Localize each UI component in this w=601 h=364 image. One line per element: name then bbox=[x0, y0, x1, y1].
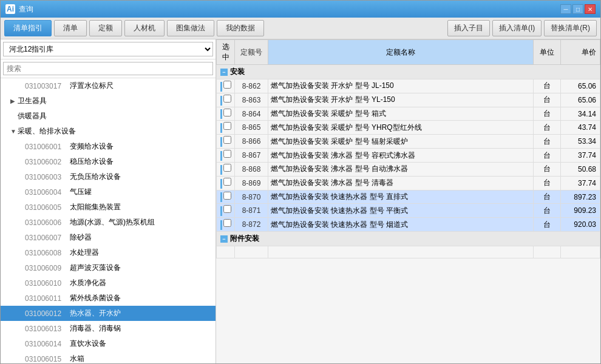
row-code-cell: 8-865 bbox=[235, 121, 268, 135]
tree-item[interactable]: 031006012热水器、开水炉 bbox=[1, 306, 216, 321]
quota-table: 选中 定额号 定额名称 单位 单价 −安装8-862燃气加热设备安装 开水炉 型… bbox=[216, 39, 600, 258]
tree-item[interactable]: 031006014直饮水设备 bbox=[1, 336, 216, 351]
col-code: 定额号 bbox=[235, 40, 268, 65]
row-checkbox[interactable] bbox=[223, 109, 231, 116]
tree-item[interactable]: ▶卫生器具 bbox=[1, 93, 216, 109]
table-row[interactable]: 8-872燃气加热设备安装 快速热水器 型号 烟道式台920.03 bbox=[217, 218, 600, 232]
row-checkbox[interactable] bbox=[223, 192, 231, 200]
tree-item[interactable]: 031006002稳压给水设备 bbox=[1, 154, 216, 169]
row-code-cell: 8-864 bbox=[235, 107, 268, 121]
table-row[interactable]: 8-862燃气加热设备安装 开水炉 型号 JL-150台65.06 bbox=[217, 79, 600, 93]
table-row[interactable]: 8-870燃气加热设备安装 快速热水器 型号 直排式台897.23 bbox=[217, 190, 600, 204]
tab-rencaiji[interactable]: 人材机 bbox=[124, 20, 165, 36]
empty-row bbox=[217, 246, 600, 258]
row-checkbox[interactable] bbox=[223, 122, 231, 130]
table-row[interactable]: 8-864燃气加热设备安装 采暖炉 型号 箱式台34.14 bbox=[217, 107, 600, 121]
row-checkbox[interactable] bbox=[223, 205, 231, 213]
row-check-cell bbox=[217, 176, 235, 190]
table-row[interactable]: 8-866燃气加热设备安装 采暖炉 型号 辐射采暖炉台53.34 bbox=[217, 135, 600, 149]
row-price-cell: 897.23 bbox=[561, 190, 600, 204]
tree-item[interactable]: 031006005太阳能集热装置 bbox=[1, 200, 216, 215]
section-title: 附件安装 bbox=[230, 234, 259, 243]
row-check-cell bbox=[217, 149, 235, 163]
row-checkbox[interactable] bbox=[223, 178, 231, 186]
row-name-cell: 燃气加热设备安装 沸水器 型号 自动沸水器 bbox=[268, 162, 534, 176]
insert-list-button[interactable]: 插入清单(I) bbox=[492, 20, 542, 36]
tree-item[interactable]: 031003017浮置水位标尺 bbox=[1, 78, 216, 93]
library-dropdown[interactable]: 河北12指引库 bbox=[3, 42, 213, 56]
row-check-cell bbox=[217, 190, 235, 204]
table-row[interactable]: 8-868燃气加热设备安装 沸水器 型号 自动沸水器台50.68 bbox=[217, 162, 600, 176]
empty-cell bbox=[217, 246, 235, 258]
row-color-bar bbox=[220, 137, 222, 147]
tree-item[interactable]: 031006015水箱 bbox=[1, 351, 216, 363]
window-controls: ─ □ ✕ bbox=[560, 4, 596, 14]
tab-qingdan[interactable]: 清单 bbox=[54, 20, 87, 36]
section-expand-icon[interactable]: − bbox=[220, 235, 228, 243]
tab-qingdan-zhiyin[interactable]: 清单指引 bbox=[4, 20, 52, 36]
minimize-button[interactable]: ─ bbox=[560, 4, 571, 14]
tree-item[interactable]: 031006003无负压给水设备 bbox=[1, 169, 216, 184]
tree-item-code: 031006003 bbox=[25, 173, 67, 181]
tree-item[interactable]: 031006006地源(水源、气源)热泵机组 bbox=[1, 215, 216, 230]
row-checkbox[interactable] bbox=[223, 150, 231, 158]
tree-item[interactable]: 031006008水处理器 bbox=[1, 245, 216, 260]
section-expand-icon[interactable]: − bbox=[220, 69, 228, 76]
table-container: 选中 定额号 定额名称 单位 单价 −安装8-862燃气加热设备安装 开水炉 型… bbox=[216, 39, 600, 363]
search-input[interactable] bbox=[3, 62, 213, 75]
tab-wodeshuju[interactable]: 我的数据 bbox=[217, 20, 264, 36]
title-bar: Ai 查询 ─ □ ✕ bbox=[1, 1, 600, 18]
tree-item-label: 无负压给水设备 bbox=[70, 172, 213, 182]
row-checkbox[interactable] bbox=[223, 164, 231, 172]
tree-item-code: 031006006 bbox=[25, 218, 67, 227]
row-check-cell bbox=[217, 79, 235, 93]
tree-item-code: 031006001 bbox=[25, 143, 67, 151]
row-price-cell: 920.03 bbox=[561, 218, 600, 232]
row-check-cell bbox=[217, 204, 235, 218]
table-row[interactable]: 8-871燃气加热设备安装 快速热水器 型号 平衡式台909.23 bbox=[217, 204, 600, 218]
tree-item[interactable]: 031006010水质净化器 bbox=[1, 275, 216, 291]
window-title: 查询 bbox=[19, 4, 33, 15]
row-checkbox[interactable] bbox=[223, 81, 231, 89]
table-row[interactable]: 8-869燃气加热设备安装 沸水器 型号 清毒器台37.74 bbox=[217, 176, 600, 190]
tree-item-code: 031006014 bbox=[25, 340, 67, 348]
table-row[interactable]: 8-863燃气加热设备安装 开水炉 型号 YL-150台65.06 bbox=[217, 93, 600, 107]
col-unit: 单位 bbox=[534, 40, 561, 65]
row-name-cell: 燃气加热设备安装 采暖炉 型号 辐射采暖炉 bbox=[268, 135, 534, 149]
tree-item[interactable]: 031006007除砂器 bbox=[1, 230, 216, 245]
tab-dinge[interactable]: 定额 bbox=[89, 20, 122, 36]
row-checkbox[interactable] bbox=[223, 136, 231, 144]
close-button[interactable]: ✕ bbox=[585, 4, 596, 14]
replace-list-button[interactable]: 替换清单(R) bbox=[544, 20, 597, 36]
right-panel: 选中 定额号 定额名称 单位 单价 −安装8-862燃气加热设备安装 开水炉 型… bbox=[216, 39, 600, 363]
tree-item-label: 除砂器 bbox=[70, 232, 213, 243]
tree-item-code: 031006005 bbox=[25, 203, 67, 212]
tree-item-label: 水箱 bbox=[70, 354, 213, 363]
row-check-cell bbox=[217, 162, 235, 176]
tree-item[interactable]: 031006004气压罐 bbox=[1, 184, 216, 200]
tree-item-label: 供暖器具 bbox=[18, 111, 213, 121]
table-row[interactable]: 8-865燃气加热设备安装 采暖炉 型号 YHRQ型红外线台43.74 bbox=[217, 121, 600, 135]
tree-item[interactable]: ▼采暖、给排水设备 bbox=[1, 124, 216, 139]
row-price-cell: 43.74 bbox=[561, 121, 600, 135]
row-checkbox[interactable] bbox=[223, 219, 231, 227]
tree-item-label: 消毒器、消毒锅 bbox=[70, 323, 213, 334]
tree-arrow-icon: ▶ bbox=[10, 98, 18, 104]
tree-item[interactable]: 031006011紫外线杀菌设备 bbox=[1, 291, 216, 306]
row-checkbox[interactable] bbox=[223, 95, 231, 103]
row-code-cell: 8-863 bbox=[235, 93, 268, 107]
tree-item[interactable]: 031006009超声波灭藻设备 bbox=[1, 260, 216, 275]
maximize-button[interactable]: □ bbox=[572, 4, 583, 14]
main-window: Ai 查询 ─ □ ✕ 清单指引 清单 定额 人材机 图集做法 我的数据 插入子… bbox=[0, 0, 601, 364]
section-header-row: −安装 bbox=[217, 65, 600, 79]
row-code-cell: 8-869 bbox=[235, 176, 268, 190]
tab-tujizufa[interactable]: 图集做法 bbox=[167, 20, 214, 36]
tree-item[interactable]: 供暖器具 bbox=[1, 109, 216, 124]
row-price-cell: 65.06 bbox=[561, 93, 600, 107]
tree-item-label: 紫外线杀菌设备 bbox=[70, 293, 213, 303]
tree-item[interactable]: 031006001变频给水设备 bbox=[1, 139, 216, 154]
insert-sub-button[interactable]: 插入子目 bbox=[447, 20, 490, 36]
table-row[interactable]: 8-867燃气加热设备安装 沸水器 型号 容积式沸水器台37.74 bbox=[217, 149, 600, 163]
tree-item-code: 031006013 bbox=[25, 325, 67, 333]
tree-item[interactable]: 031006013消毒器、消毒锅 bbox=[1, 321, 216, 336]
